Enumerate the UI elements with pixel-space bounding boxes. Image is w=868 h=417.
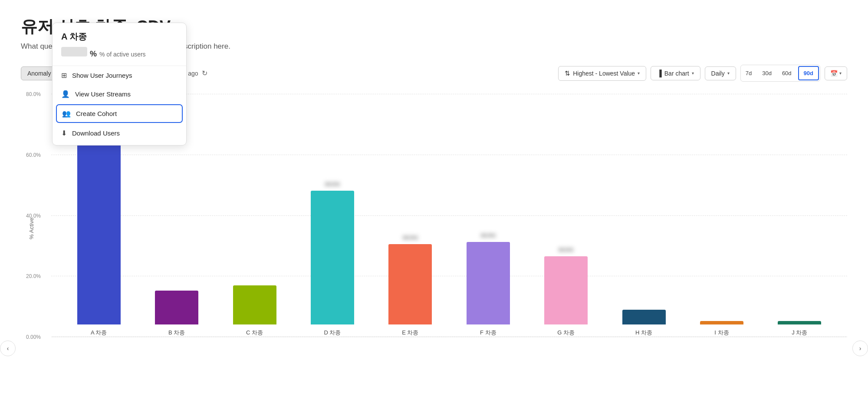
bar-label-0: A 차종 — [91, 329, 107, 337]
bar-5[interactable]: 00.0% — [467, 242, 510, 324]
popup-menu-icon-create-cohort: 👥 — [62, 109, 71, 118]
bar-value-blurred-6: 00.0% — [558, 247, 575, 253]
bar-8[interactable] — [700, 321, 743, 324]
page-container: 유저 선호 차종_CDV What question does this cha… — [0, 0, 868, 363]
refresh-icon[interactable]: ↻ — [202, 69, 207, 77]
time-30d-button[interactable]: 30d — [757, 67, 776, 79]
popup-menu-item-view-user-streams[interactable]: 👤View User Streams — [53, 85, 186, 103]
time-range-group: 7d 30d 60d 90d — [740, 65, 820, 82]
popup-menu-label-create-cohort: Create Cohort — [76, 110, 117, 117]
bar-group-3[interactable]: 00.0%D 차종 — [293, 191, 371, 337]
popup-menu-label-view-user-streams: View User Streams — [75, 90, 131, 98]
bar-value-blurred-4: 00.0% — [402, 235, 419, 241]
bar-label-7: H 차종 — [635, 329, 652, 337]
bar-label-8: I 차종 — [714, 329, 729, 337]
bar-group-2[interactable]: C 차종 — [216, 285, 293, 337]
bar-group-0[interactable]: 00.0%A 차종 — [60, 113, 138, 337]
highest-lowest-chevron-icon: ▾ — [638, 71, 640, 76]
popup-menu-item-download-users[interactable]: ⬇Download Users — [53, 124, 186, 142]
popup-menu-icon-download-users: ⬇ — [61, 129, 67, 137]
bar-chart-icon: ▐ — [657, 70, 662, 77]
bar-group-1[interactable]: B 차종 — [138, 291, 215, 337]
grid-line-0: 0.00% — [51, 337, 847, 337]
popup-pct-box — [61, 47, 87, 56]
bar-2[interactable] — [233, 285, 276, 324]
calendar-icon: 📅 — [830, 70, 838, 77]
popup-pct-label: % of active users — [99, 51, 146, 58]
bar-chart-button[interactable]: ▐ Bar chart ▾ — [651, 66, 700, 80]
popup-menu: ⊞Show User Journeys👤View User Streams👥Cr… — [53, 66, 186, 142]
bar-3[interactable]: 00.0% — [311, 191, 354, 324]
bar-1[interactable] — [155, 291, 198, 324]
time-60d-button[interactable]: 60d — [777, 67, 796, 79]
popup-menu-icon-view-user-streams: 👤 — [61, 90, 70, 98]
bar-group-5[interactable]: 00.0%F 차종 — [449, 242, 527, 337]
bar-group-6[interactable]: 00.0%G 차종 — [527, 256, 605, 337]
bar-value-blurred-5: 00.0% — [480, 232, 496, 238]
y-axis-label: % Active — [28, 218, 35, 239]
context-menu-popup: A 차종 % % of active users ⊞Show User Jour… — [52, 23, 187, 146]
popup-title: A 차종 — [53, 31, 186, 47]
popup-pct-text: % — [90, 50, 97, 59]
calendar-chevron-icon: ▾ — [839, 71, 842, 76]
bar-9[interactable] — [778, 321, 821, 324]
popup-menu-icon-show-user-journeys: ⊞ — [61, 71, 67, 79]
bar-label-4: E 차종 — [402, 329, 418, 337]
grid-label-60: 60.0% — [26, 152, 41, 158]
time-90d-button[interactable]: 90d — [798, 66, 819, 80]
bar-label-1: B 차종 — [168, 329, 185, 337]
bar-label-6: G 차종 — [557, 329, 575, 337]
nav-left-button[interactable]: ‹ — [0, 341, 16, 356]
grid-label-0: 0.00% — [26, 334, 41, 340]
bar-label-2: C 차종 — [246, 329, 263, 337]
bar-chart-chevron-icon: ▾ — [692, 71, 694, 76]
bar-group-8[interactable]: I 차종 — [683, 321, 760, 337]
grid-label-20: 20.0% — [26, 273, 41, 279]
popup-menu-label-download-users: Download Users — [72, 129, 120, 137]
popup-menu-item-show-user-journeys[interactable]: ⊞Show User Journeys — [53, 66, 186, 85]
bar-label-9: J 차종 — [792, 329, 807, 337]
popup-menu-item-create-cohort[interactable]: 👥Create Cohort — [56, 104, 183, 123]
bar-group-4[interactable]: 00.0%E 차종 — [372, 244, 449, 337]
bar-group-9[interactable]: J 차종 — [761, 321, 838, 337]
bar-value-blurred-3: 00.0% — [324, 181, 341, 187]
sort-icon: ⇅ — [565, 70, 570, 77]
grid-label-80: 80.0% — [26, 91, 41, 97]
grid-label-40: 40.0% — [26, 213, 41, 219]
daily-button[interactable]: Daily ▾ — [705, 66, 736, 80]
highest-lowest-button[interactable]: ⇅ Highest - Lowest Value ▾ — [558, 66, 646, 81]
popup-value-row: % % of active users — [53, 47, 186, 66]
bar-label-3: D 차종 — [324, 329, 341, 337]
bar-4[interactable]: 00.0% — [388, 244, 432, 324]
nav-right-button[interactable]: › — [852, 341, 868, 356]
time-7d-button[interactable]: 7d — [741, 67, 756, 79]
popup-menu-label-show-user-journeys: Show User Journeys — [72, 72, 132, 79]
calendar-button[interactable]: 📅 ▾ — [825, 66, 847, 80]
bar-7[interactable] — [622, 310, 666, 324]
bar-6[interactable]: 00.0% — [544, 256, 588, 324]
bar-label-5: F 차종 — [480, 329, 496, 337]
bar-group-7[interactable]: H 차종 — [605, 310, 683, 337]
daily-chevron-icon: ▾ — [727, 71, 730, 76]
